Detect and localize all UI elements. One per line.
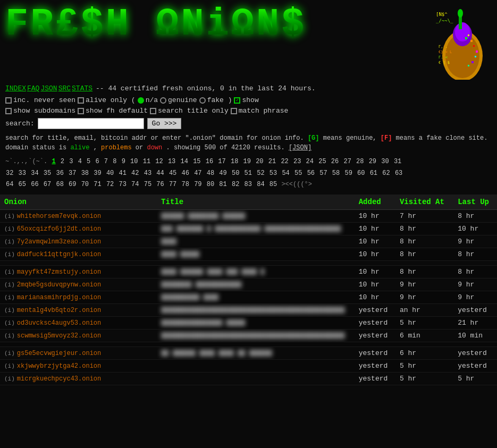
onion-link[interactable]: xkjwwybrzjytga42.onion	[17, 362, 101, 370]
info-icon[interactable]: (i)	[4, 307, 15, 314]
page-19[interactable]: 19	[243, 158, 251, 165]
page-28[interactable]: 28	[356, 158, 364, 165]
page-51[interactable]: 51	[245, 170, 252, 177]
page-27[interactable]: 27	[343, 158, 351, 165]
page-75[interactable]: 75	[144, 181, 151, 188]
info-icon[interactable]: (i)	[4, 376, 15, 382]
page-21[interactable]: 21	[268, 158, 276, 165]
page-55[interactable]: 55	[294, 170, 302, 177]
info-icon[interactable]: (i)	[4, 251, 15, 258]
page-82[interactable]: 82	[232, 181, 239, 188]
page-33[interactable]: 33	[19, 170, 26, 177]
page-76[interactable]: 76	[156, 181, 164, 188]
page-60[interactable]: 60	[357, 170, 365, 177]
page-35[interactable]: 35	[44, 170, 51, 177]
alive-only-checkbox[interactable]	[78, 97, 84, 104]
info-icon[interactable]: (i)	[4, 333, 15, 339]
page-79[interactable]: 79	[194, 181, 201, 188]
info-icon[interactable]: (i)	[4, 239, 15, 245]
page-63[interactable]: 63	[395, 170, 402, 177]
inc-never-seen-checkbox[interactable]	[5, 97, 12, 104]
page-23[interactable]: 23	[293, 158, 301, 165]
page-44[interactable]: 44	[156, 170, 164, 177]
page-12[interactable]: 12	[155, 158, 163, 165]
onion-link[interactable]: dadfuck11qttgnjk.onion	[17, 251, 101, 258]
match-phrase-checkbox[interactable]	[231, 108, 237, 114]
radio-genuine[interactable]	[160, 97, 166, 104]
nav-faq[interactable]: FAQ	[27, 84, 39, 92]
page-66[interactable]: 66	[31, 181, 38, 188]
info-icon[interactable]: (i)	[4, 350, 15, 357]
info-icon[interactable]: (i)	[4, 269, 15, 275]
page-46[interactable]: 46	[182, 170, 189, 177]
page-45[interactable]: 45	[169, 170, 176, 177]
search-input[interactable]	[38, 118, 144, 129]
page-26[interactable]: 26	[331, 158, 339, 165]
page-47[interactable]: 47	[194, 170, 201, 177]
page-48[interactable]: 48	[207, 170, 214, 177]
info-icon[interactable]: (i)	[4, 226, 15, 232]
page-6[interactable]: 6	[95, 158, 99, 165]
page-50[interactable]: 50	[232, 170, 239, 177]
page-84[interactable]: 84	[257, 181, 264, 188]
page-29[interactable]: 29	[369, 158, 376, 165]
info-icon[interactable]: (i)	[4, 363, 15, 369]
page-85[interactable]: 85	[269, 181, 277, 188]
page-18[interactable]: 18	[231, 158, 238, 165]
page-4[interactable]: 4	[78, 158, 82, 165]
onion-link[interactable]: od3uvcksc4augv53.onion	[17, 319, 101, 327]
show-fh-default-checkbox[interactable]	[78, 108, 84, 114]
page-71[interactable]: 71	[94, 181, 101, 188]
page-2[interactable]: 2	[61, 158, 64, 165]
page-37[interactable]: 37	[69, 170, 76, 177]
radio-fake[interactable]	[199, 97, 206, 104]
page-32[interactable]: 32	[6, 170, 13, 177]
page-40[interactable]: 40	[106, 170, 114, 177]
page-30[interactable]: 30	[381, 158, 389, 165]
page-61[interactable]: 61	[370, 170, 377, 177]
page-72[interactable]: 72	[106, 181, 114, 188]
page-49[interactable]: 49	[219, 170, 226, 177]
page-81[interactable]: 81	[219, 181, 226, 188]
page-11[interactable]: 11	[143, 158, 150, 165]
page-3[interactable]: 3	[69, 158, 73, 165]
page-58[interactable]: 58	[332, 170, 340, 177]
page-1[interactable]: 1	[52, 158, 55, 165]
page-41[interactable]: 41	[119, 170, 126, 177]
show-checkbox[interactable]: ✓	[234, 97, 240, 104]
page-74[interactable]: 74	[131, 181, 139, 188]
nav-stats[interactable]: STATS	[72, 84, 92, 92]
page-59[interactable]: 59	[344, 170, 352, 177]
onion-link[interactable]: 2mqbe5gsduvqpynw.onion	[17, 281, 101, 289]
page-24[interactable]: 24	[306, 158, 314, 165]
page-42[interactable]: 42	[131, 170, 139, 177]
page-8[interactable]: 8	[113, 158, 116, 165]
page-16[interactable]: 16	[206, 158, 213, 165]
page-31[interactable]: 31	[394, 158, 401, 165]
page-14[interactable]: 14	[181, 158, 188, 165]
page-9[interactable]: 9	[122, 158, 125, 165]
page-57[interactable]: 57	[319, 170, 327, 177]
page-70[interactable]: 70	[81, 181, 89, 188]
page-77[interactable]: 77	[169, 181, 176, 188]
page-25[interactable]: 25	[318, 158, 326, 165]
show-subdomains-checkbox[interactable]	[5, 108, 12, 114]
onion-link[interactable]: mayyfkt47zmstujy.onion	[17, 268, 101, 276]
page-69[interactable]: 69	[69, 181, 76, 188]
page-39[interactable]: 39	[94, 170, 101, 177]
page-78[interactable]: 78	[182, 181, 189, 188]
page-17[interactable]: 17	[218, 158, 225, 165]
radio-na[interactable]	[138, 97, 144, 104]
page-38[interactable]: 38	[81, 170, 89, 177]
page-34[interactable]: 34	[31, 170, 38, 177]
info-icon[interactable]: (i)	[4, 213, 15, 219]
page-67[interactable]: 67	[44, 181, 51, 188]
page-15[interactable]: 15	[193, 158, 200, 165]
page-5[interactable]: 5	[87, 158, 90, 165]
page-73[interactable]: 73	[119, 181, 126, 188]
page-7[interactable]: 7	[104, 158, 108, 165]
nav-json[interactable]: JSON	[40, 84, 57, 92]
page-10[interactable]: 10	[130, 158, 138, 165]
onion-link[interactable]: scwmwsig5mvoyz32.onion	[17, 332, 101, 340]
json-results-link[interactable]: [JSON]	[289, 144, 311, 151]
